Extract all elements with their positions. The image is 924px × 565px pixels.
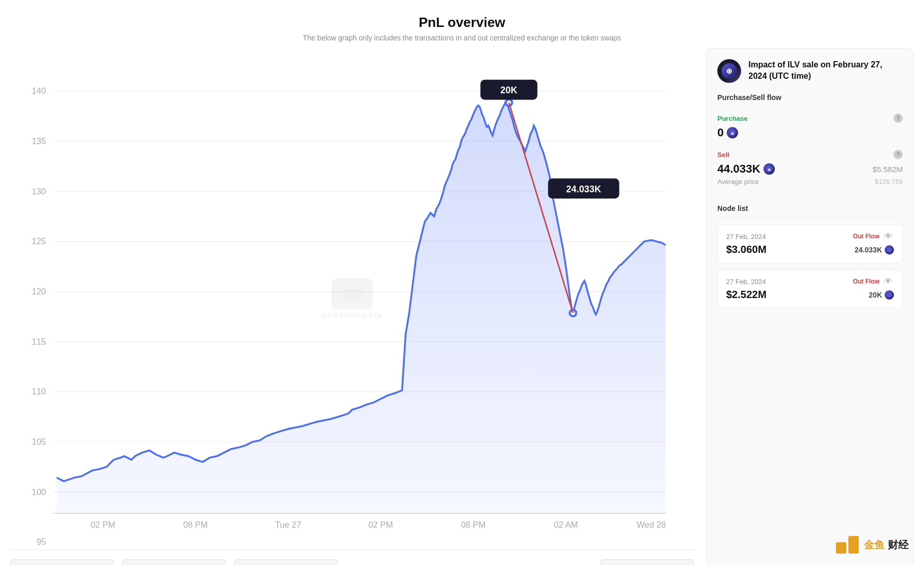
svg-text:125: 125 bbox=[32, 236, 46, 246]
legend-item-outflow[interactable]: Outflow bbox=[122, 559, 226, 566]
svg-text:08 PM: 08 PM bbox=[183, 520, 208, 530]
svg-text:95: 95 bbox=[36, 537, 46, 547]
node-item-1: 27 Feb, 2024 Out Flow 👁 $3.060M 24.033K bbox=[717, 224, 903, 263]
brand-logo bbox=[835, 535, 860, 555]
brand-text1: 金鱼 bbox=[864, 539, 885, 550]
brand-text: 金鱼 财经 bbox=[864, 538, 908, 552]
chart-svg: 140 135 130 125 120 115 110 105 100 95 0… bbox=[10, 48, 694, 549]
svg-text:20K: 20K bbox=[500, 85, 517, 95]
node-1-hide-icon[interactable]: 👁 bbox=[883, 232, 894, 241]
svg-point-38 bbox=[887, 247, 892, 252]
sell-amount: 44.033K ⊕ bbox=[717, 162, 775, 176]
sell-token-badge: ⊕ bbox=[763, 163, 775, 175]
tooltip-24k: 24.033K bbox=[548, 178, 619, 199]
svg-text:08 PM: 08 PM bbox=[461, 520, 486, 530]
svg-text:02 PM: 02 PM bbox=[91, 520, 116, 530]
node-2-outflow-label: Out Flow bbox=[853, 278, 879, 285]
svg-rect-41 bbox=[848, 536, 859, 554]
node-1-value-row: $3.060M 24.033K bbox=[726, 244, 894, 256]
node-1-token: 24.033K bbox=[855, 245, 894, 255]
svg-text:02 AM: 02 AM bbox=[554, 520, 578, 530]
sell-help-icon[interactable]: ? bbox=[893, 150, 903, 159]
purchase-flow-header: Purchase ? bbox=[717, 114, 903, 123]
sell-flow-item: Sell ? 44.033K ⊕ $5.582M Average price $… bbox=[717, 150, 903, 186]
purchase-token-badge: ⊕ bbox=[727, 127, 738, 138]
panel-logo-inner: ⊕ bbox=[721, 63, 737, 79]
avg-price-value: $126.759 bbox=[875, 178, 903, 186]
brand-logo-svg bbox=[835, 535, 860, 555]
sell-amount-value: 44.033K bbox=[717, 162, 760, 176]
legend-item-inflow[interactable]: Inflow bbox=[10, 559, 114, 566]
purchase-amount: 0 ⊕ bbox=[717, 126, 738, 139]
svg-text:110: 110 bbox=[32, 387, 46, 397]
node-2-header: 27 Feb, 2024 Out Flow 👁 bbox=[726, 277, 894, 286]
chart-area: SPOTONCHAIN 140 135 130 125 120 115 bbox=[10, 48, 694, 565]
node-2-value-row: $2.522M 20K bbox=[726, 289, 894, 301]
group-by-dropdown[interactable]: Group by: 1 hour ▾ bbox=[600, 559, 694, 565]
page-subtitle: The below graph only includes the transa… bbox=[0, 34, 924, 42]
purchase-flow-item: Purchase ? 0 ⊕ bbox=[717, 114, 903, 139]
node-1-usd: $3.060M bbox=[726, 244, 767, 256]
chart-container: SPOTONCHAIN 140 135 130 125 120 115 bbox=[10, 48, 694, 550]
svg-point-39 bbox=[887, 292, 892, 298]
sell-value-row: 44.033K ⊕ $5.582M bbox=[717, 162, 903, 176]
right-panel: ⊕ Impact of ILV sale on February 27, 202… bbox=[706, 48, 914, 565]
panel-title: Impact of ILV sale on February 27, 2024 … bbox=[748, 59, 903, 82]
svg-text:130: 130 bbox=[32, 187, 46, 196]
main-content: SPOTONCHAIN 140 135 130 125 120 115 bbox=[0, 48, 924, 565]
avg-price-row: Average price $126.759 bbox=[717, 178, 903, 186]
svg-text:⊕: ⊕ bbox=[731, 132, 734, 135]
page-title: PnL overview bbox=[0, 15, 924, 31]
svg-text:140: 140 bbox=[32, 86, 46, 96]
svg-text:135: 135 bbox=[32, 136, 46, 146]
node-1-token-badge bbox=[885, 245, 894, 255]
node-2-hide-icon[interactable]: 👁 bbox=[883, 277, 894, 286]
node-1-outflow-label: Out Flow bbox=[853, 233, 879, 240]
sell-label: Sell bbox=[717, 151, 729, 159]
node-1-date: 27 Feb, 2024 bbox=[726, 233, 766, 241]
panel-header: ⊕ Impact of ILV sale on February 27, 202… bbox=[717, 59, 903, 83]
node-1-token-amount: 24.033K bbox=[855, 246, 882, 254]
purchase-help-icon[interactable]: ? bbox=[893, 114, 903, 123]
legend-bar: Inflow Outflow Amount Group by: 1 hour ▾ bbox=[10, 550, 694, 566]
svg-text:⊕: ⊕ bbox=[768, 168, 771, 172]
svg-text:100: 100 bbox=[32, 487, 46, 497]
page-header: PnL overview The below graph only includ… bbox=[0, 0, 924, 48]
node-2-date: 27 Feb, 2024 bbox=[726, 278, 766, 286]
node-item-2: 27 Feb, 2024 Out Flow 👁 $2.522M 20K bbox=[717, 270, 903, 308]
purchase-amount-value: 0 bbox=[717, 126, 724, 139]
purchase-label: Purchase bbox=[717, 115, 748, 122]
svg-text:105: 105 bbox=[32, 437, 46, 447]
panel-logo: ⊕ bbox=[717, 59, 741, 83]
tooltip-20k: 20K bbox=[481, 80, 538, 100]
svg-text:115: 115 bbox=[32, 337, 46, 347]
node-2-token-badge bbox=[885, 290, 894, 300]
panel-logo-symbol: ⊕ bbox=[726, 67, 732, 75]
node-2-token: 20K bbox=[869, 290, 894, 300]
svg-rect-40 bbox=[836, 542, 846, 554]
bottom-brand: 金鱼 财经 bbox=[835, 535, 908, 555]
svg-text:24.033K: 24.033K bbox=[566, 183, 601, 194]
avg-price-label: Average price bbox=[717, 178, 759, 186]
svg-text:120: 120 bbox=[32, 287, 46, 296]
svg-text:Tue 27: Tue 27 bbox=[275, 520, 301, 530]
brand-text2: 财经 bbox=[888, 539, 908, 550]
sell-usd-value: $5.582M bbox=[873, 165, 903, 174]
svg-text:Wed 28: Wed 28 bbox=[637, 520, 666, 530]
sell-flow-header: Sell ? bbox=[717, 150, 903, 159]
svg-text:02 PM: 02 PM bbox=[368, 520, 393, 530]
node-section: Node list 27 Feb, 2024 Out Flow 👁 $3.060… bbox=[717, 204, 903, 315]
purchase-sell-section-title: Purchase/Sell flow bbox=[717, 93, 903, 106]
node-list-title: Node list bbox=[717, 204, 903, 217]
node-1-header: 27 Feb, 2024 Out Flow 👁 bbox=[726, 232, 894, 241]
purchase-value-row: 0 ⊕ bbox=[717, 126, 903, 139]
node-2-token-amount: 20K bbox=[869, 291, 882, 299]
legend-item-amount[interactable]: Amount bbox=[234, 559, 338, 566]
node-2-usd: $2.522M bbox=[726, 289, 767, 301]
